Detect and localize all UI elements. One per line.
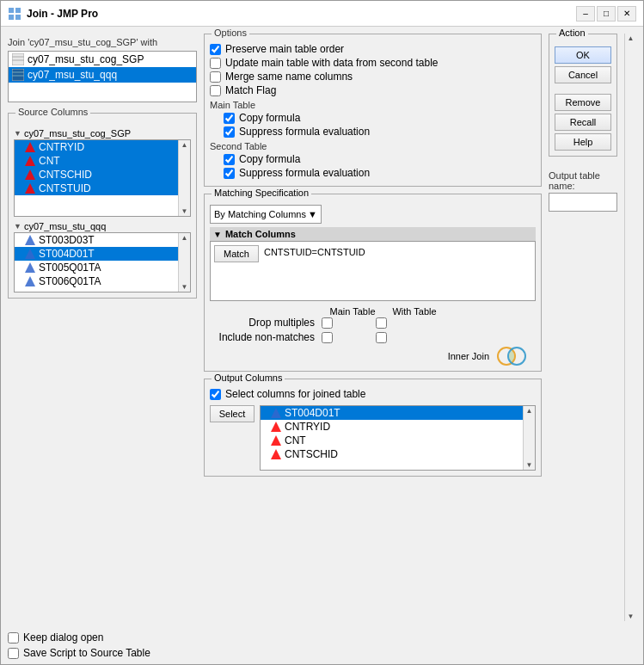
join-table-name-1: cy07_msu_stu_qqq (28, 69, 117, 81)
second-table-subtitle: Second Table (210, 141, 536, 151)
source-group-1-name: cy07_msu_stu_cog_SGP (24, 128, 131, 139)
matching-dropdown-row: By Matching Columns ▼ (210, 205, 536, 224)
source-columns-group: Source Columns ▼ cy07_msu_stu_cog_SGP CN… (8, 113, 197, 299)
output-col-CNTSCHID[interactable]: CNTSCHID (261, 447, 535, 461)
col-item-CNTSCHID[interactable]: CNTSCHID (15, 168, 190, 182)
option-match-flag: Match Flag (210, 84, 536, 96)
window-scroll-up[interactable]: ▲ (628, 34, 635, 42)
save-script-checkbox[interactable] (8, 648, 19, 659)
action-group: Action OK Cancel Remove Recall Help (549, 34, 617, 157)
maximize-button[interactable]: □ (597, 6, 616, 22)
ok-button[interactable]: OK (555, 46, 611, 64)
scroll-down-2[interactable]: ▼ (179, 283, 190, 291)
match-columns-header: ▼ Match Columns (210, 227, 536, 241)
window-scrollbar[interactable]: ▲ ▼ (624, 34, 636, 621)
svg-rect-4 (12, 53, 24, 65)
col-item-ST003D03T[interactable]: ST003D03T (15, 233, 190, 247)
window-scroll-down[interactable]: ▼ (628, 613, 635, 620)
output-scrollbar[interactable]: ▲ ▼ (523, 406, 535, 470)
output-col-ST004D01T[interactable]: ST004D01T (261, 406, 535, 420)
venn-svg (496, 347, 527, 366)
output-col-CNTRYID[interactable]: CNTRYID (261, 420, 535, 434)
include-non-matches-with-checkbox[interactable] (376, 332, 387, 343)
preserve-order-checkbox[interactable] (210, 44, 221, 55)
match-flag-checkbox[interactable] (210, 85, 221, 96)
drop-multiples-main-checkbox[interactable] (322, 317, 333, 329)
svg-rect-2 (9, 15, 14, 20)
main-window: Join - JMP Pro – □ ✕ Join 'cy07_msu_stu_… (0, 0, 644, 665)
second-suppress-eval: Suppress formula evaluation (224, 167, 536, 179)
join-tables-list[interactable]: cy07_msu_stu_cog_SGP cy07_msu_stu_qqq (8, 51, 197, 102)
matching-type-dropdown[interactable]: By Matching Columns ▼ (210, 205, 322, 224)
match-button[interactable]: Match (214, 245, 259, 262)
window-controls: – □ ✕ (576, 6, 636, 22)
output-columns-title: Output Columns (212, 373, 285, 383)
svg-rect-3 (15, 15, 21, 20)
collapse-arrow-1[interactable]: ▼ (14, 129, 21, 138)
drop-multiples-label: Drop multiples (210, 317, 322, 329)
svg-rect-1 (15, 8, 21, 13)
merge-cols-checkbox[interactable] (210, 71, 221, 83)
venn-diagram-icon[interactable] (496, 347, 527, 366)
keep-dialog-checkbox[interactable] (8, 632, 19, 643)
collapse-arrow-match[interactable]: ▼ (213, 230, 222, 239)
cancel-button[interactable]: Cancel (555, 66, 611, 83)
col-item-ST004D01T[interactable]: ST004D01T (15, 247, 190, 261)
second-suppress-eval-checkbox[interactable] (224, 168, 235, 179)
svg-marker-11 (25, 156, 35, 166)
inner-join-label: Inner Join (448, 351, 489, 361)
include-non-matches-main-checkbox[interactable] (322, 332, 333, 343)
match-value: CNTSTUID=CNTSTUID (264, 245, 365, 257)
col-item-ST005Q01TA[interactable]: ST005Q01TA (15, 261, 190, 274)
output-col-CNT[interactable]: CNT (261, 434, 535, 447)
col-item-CNTRYID[interactable]: CNTRYID (15, 140, 190, 154)
main-copy-formula: Copy formula (224, 112, 536, 124)
minimize-button[interactable]: – (576, 6, 595, 22)
options-group: Options Preserve main table order Update… (204, 34, 542, 187)
select-button[interactable]: Select (210, 405, 255, 422)
col-item-CNTSTUID[interactable]: CNTSTUID (15, 182, 190, 195)
col-item-CNT[interactable]: CNT (15, 154, 190, 168)
blue-tri-icon-ST004D01T (25, 249, 35, 259)
svg-marker-12 (25, 169, 35, 180)
second-copy-formula-checkbox[interactable] (224, 154, 235, 165)
output-scroll-down[interactable]: ▼ (524, 461, 535, 469)
col-item-ST006Q01TA[interactable]: ST006Q01TA (15, 274, 190, 288)
main-table-subtitle: Main Table (210, 100, 536, 110)
scroll-up-2[interactable]: ▲ (179, 234, 190, 242)
right-panel: Options Preserve main table order Update… (204, 34, 542, 621)
blue-tri-icon-ST003D03T (25, 235, 35, 245)
app-icon (8, 7, 21, 21)
join-table-name-0: cy07_msu_stu_cog_SGP (28, 53, 144, 65)
scroll-up-1[interactable]: ▲ (179, 141, 190, 149)
include-non-matches-label: Include non-matches (210, 331, 322, 343)
red-bi-output-3 (271, 449, 281, 459)
recall-button[interactable]: Recall (555, 114, 611, 131)
output-scroll-up[interactable]: ▲ (524, 407, 535, 415)
join-table-item-1[interactable]: cy07_msu_stu_qqq (9, 67, 196, 83)
bottom-checks: Keep dialog open Save Script to Source T… (1, 628, 643, 664)
action-panel: Action OK Cancel Remove Recall Help Outp… (549, 34, 617, 621)
svg-marker-14 (25, 235, 35, 245)
column-headers-row: Main Table With Table (210, 306, 536, 317)
source-columns-list-2[interactable]: ST003D03T ST004D01T ST005Q (14, 232, 191, 292)
help-button[interactable]: Help (555, 133, 611, 151)
scrollbar-1[interactable]: ▲ ▼ (178, 140, 190, 216)
collapse-arrow-2[interactable]: ▼ (14, 222, 21, 231)
remove-button[interactable]: Remove (555, 94, 611, 111)
svg-marker-16 (25, 262, 35, 273)
update-main-checkbox[interactable] (210, 58, 221, 69)
main-copy-formula-checkbox[interactable] (224, 113, 235, 124)
svg-marker-17 (25, 276, 35, 286)
svg-marker-22 (271, 435, 281, 446)
drop-multiples-with-checkbox[interactable] (376, 317, 387, 329)
source-columns-list-1[interactable]: CNTRYID CNT CNTSCHID (14, 139, 191, 217)
close-button[interactable]: ✕ (617, 6, 636, 22)
main-suppress-eval-checkbox[interactable] (224, 126, 235, 138)
select-joined-checkbox[interactable] (210, 389, 221, 400)
join-table-item-0[interactable]: cy07_msu_stu_cog_SGP (9, 52, 196, 67)
output-columns-list[interactable]: ST004D01T CNTRYID (260, 405, 536, 471)
output-name-input[interactable] (549, 193, 617, 212)
scrollbar-2[interactable]: ▲ ▼ (178, 233, 190, 292)
scroll-down-1[interactable]: ▼ (179, 207, 190, 215)
